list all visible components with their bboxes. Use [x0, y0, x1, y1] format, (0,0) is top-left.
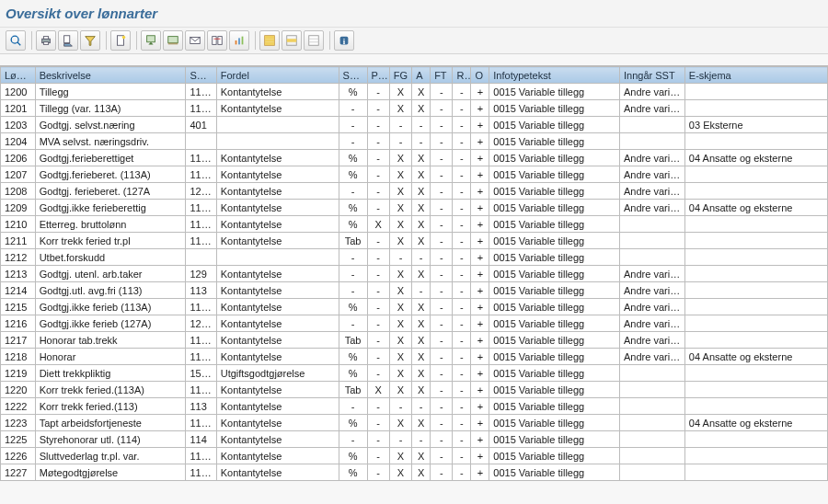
svg-rect-4: [43, 42, 48, 45]
cell-o: +: [471, 299, 489, 315]
cell-fg: -: [389, 431, 411, 448]
cell-lon: 1209: [1, 200, 36, 216]
col-inngar-sst[interactable]: Inngår SST: [620, 67, 685, 84]
cell-sst: [620, 249, 685, 266]
mail-icon[interactable]: [185, 30, 205, 51]
table-row[interactable]: 1220Korr trekk feried.(113A)11…Kontantyt…: [1, 382, 828, 398]
table-row[interactable]: 1201Tillegg (var. 113A)11…Kontantytelse-…: [1, 100, 828, 117]
cell-r: -: [453, 431, 471, 448]
table-row[interactable]: 1210Etterreg. bruttolønn11…Kontantytelse…: [1, 216, 828, 233]
cell-ft: -: [431, 216, 453, 233]
cell-besk: Tillegg (var. 113A): [35, 100, 186, 117]
cell-besk: Etterreg. bruttolønn: [35, 216, 186, 233]
table-row[interactable]: 1218Honorar11…Kontantytelse%-XX--+0015 V…: [1, 349, 828, 365]
cell-r: -: [453, 266, 471, 282]
cell-o: +: [471, 233, 489, 249]
col-ft[interactable]: FT: [431, 67, 453, 84]
cell-besk: Godtgj.utl. avg.fri (113): [35, 282, 186, 299]
cell-esk: [684, 133, 827, 150]
cell-sd: 11…: [186, 84, 216, 100]
cell-r: -: [453, 249, 471, 266]
col-sd[interactable]: SD-…: [186, 67, 216, 84]
col-a[interactable]: A: [412, 67, 431, 84]
cell-o: +: [471, 282, 489, 299]
svg-marker-7: [86, 37, 96, 46]
cell-a: X: [412, 382, 431, 398]
table-row[interactable]: 1216Godtgj.ikke ferieb (127A)12…Kontanty…: [1, 315, 828, 332]
svg-rect-5: [64, 36, 70, 43]
cell-r: -: [453, 365, 471, 382]
cell-lon: 1201: [1, 100, 36, 117]
col-eskjema[interactable]: E-skjema: [684, 67, 827, 84]
table-row[interactable]: 1214Godtgj.utl. avg.fri (113)113Kontanty…: [1, 282, 828, 299]
table-row[interactable]: 1204MVA selvst. næringsdriv.------+0015 …: [1, 133, 828, 150]
cell-esk: [684, 332, 827, 349]
svg-rect-23: [265, 39, 275, 42]
cell-ft: -: [431, 464, 453, 481]
info-icon[interactable]: i: [334, 30, 354, 51]
cell-lon: 1227: [1, 464, 36, 481]
table-row[interactable]: 1200Tillegg11…Kontantytelse%-XX--+0015 V…: [1, 84, 828, 100]
table-row[interactable]: 1212Utbet.forskudd------+0015 Variable t…: [1, 249, 828, 266]
cell-pg: -: [367, 117, 389, 133]
cell-lon: 1203: [1, 117, 36, 133]
cell-sk: %: [339, 365, 367, 382]
table-row[interactable]: 1226Sluttvederlag tr.pl. var.11…Kontanty…: [1, 448, 828, 464]
new-doc-icon[interactable]: [110, 30, 131, 51]
graph-icon[interactable]: [229, 30, 249, 51]
print-preview-icon[interactable]: [58, 30, 78, 51]
export-local-icon[interactable]: [163, 30, 183, 51]
table-row[interactable]: 1215Godtgj.ikke ferieb (113A)11…Kontanty…: [1, 299, 828, 315]
cell-a: -: [412, 282, 431, 299]
col-beskrivelse[interactable]: Beskrivelse: [35, 67, 186, 84]
table-row[interactable]: 1209Godtgj.ikke ferieberettig11…Kontanty…: [1, 200, 828, 216]
table-row[interactable]: 1213Godtgj. utenl. arb.taker129Kontantyt…: [1, 266, 828, 282]
table-row[interactable]: 1203Godtgj. selvst.næring401------+0015 …: [1, 117, 828, 133]
deselect-all-icon[interactable]: [304, 30, 324, 51]
cell-a: X: [412, 266, 431, 282]
cell-a: X: [412, 464, 431, 481]
col-o[interactable]: O: [471, 67, 489, 84]
cell-fordel: Kontantytelse: [216, 84, 339, 100]
print-icon[interactable]: [36, 30, 56, 51]
col-infotypetekst[interactable]: Infotypetekst: [489, 67, 620, 84]
col-pg[interactable]: PG: [367, 67, 389, 84]
col-sk[interactable]: Sk…: [339, 67, 367, 84]
table-row[interactable]: 1223Tapt arbeidsfortjeneste11…Kontantyte…: [1, 415, 828, 431]
cell-sk: %: [339, 84, 367, 100]
data-grid[interactable]: Løn… Beskrivelse SD-… Fordel Sk… PG FG A…: [0, 65, 828, 504]
table-row[interactable]: 1217Honorar tab.trekk11…KontantytelseTab…: [1, 332, 828, 349]
table-row[interactable]: 1222Korr trekk feried.(113)113Kontantyte…: [1, 398, 828, 415]
cell-besk: Godtgj.ikke ferieb (113A): [35, 299, 186, 315]
cell-r: -: [453, 216, 471, 233]
col-fg[interactable]: FG: [389, 67, 411, 84]
cell-esk: [684, 84, 827, 100]
col-r[interactable]: R…: [453, 67, 471, 84]
cell-it: 0015 Variable tillegg: [489, 266, 620, 282]
table-row[interactable]: 1227Møtegodtgjørelse11…Kontantytelse%-XX…: [1, 464, 828, 481]
cell-a: X: [412, 415, 431, 431]
col-lon[interactable]: Løn…: [1, 67, 36, 84]
export-icon[interactable]: [141, 30, 161, 51]
details-icon[interactable]: [6, 30, 26, 51]
cell-besk: Sluttvederlag tr.pl. var.: [35, 448, 186, 464]
filter-icon[interactable]: [80, 30, 100, 51]
table-row[interactable]: 1206Godtgj.ferieberettiget11…Kontantytel…: [1, 150, 828, 166]
cell-o: +: [471, 431, 489, 448]
cell-it: 0015 Variable tillegg: [489, 216, 620, 233]
select-all-icon[interactable]: [259, 30, 280, 51]
table-row[interactable]: 1207Godtgj.ferieberet. (113A)11…Kontanty…: [1, 166, 828, 183]
table-row[interactable]: 1219Diett trekkpliktig15…Utgiftsgodtgjør…: [1, 365, 828, 382]
cell-it: 0015 Variable tillegg: [489, 415, 620, 431]
table-row[interactable]: 1211Korr trekk feried tr.pl11…Kontantyte…: [1, 233, 828, 249]
cell-sst: Andre vari…: [620, 200, 685, 216]
table-row[interactable]: 1225Styrehonorar utl. (114)114Kontantyte…: [1, 431, 828, 448]
cell-sst: Andre vari…: [620, 332, 685, 349]
cell-pg: -: [367, 166, 389, 183]
change-layout-icon[interactable]: [207, 30, 227, 51]
col-fordel[interactable]: Fordel: [216, 67, 339, 84]
cell-fordel: Kontantytelse: [216, 166, 339, 183]
select-block-icon[interactable]: [282, 30, 302, 51]
cell-ft: -: [431, 150, 453, 166]
table-row[interactable]: 1208Godtgj. ferieberet. (127A12…Kontanty…: [1, 183, 828, 200]
